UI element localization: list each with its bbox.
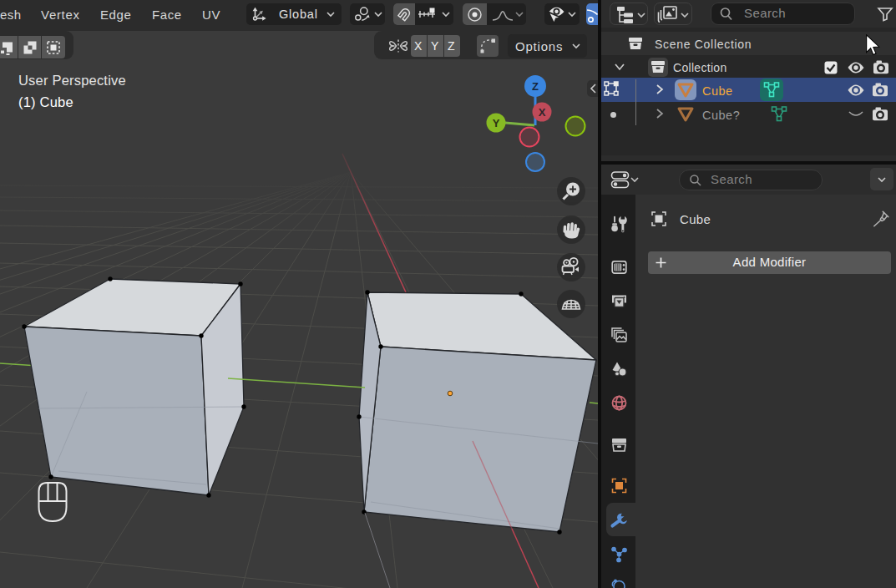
svg-text:Z: Z xyxy=(532,80,539,93)
svg-text:X: X xyxy=(539,106,546,119)
svg-text:Y: Y xyxy=(493,117,500,129)
